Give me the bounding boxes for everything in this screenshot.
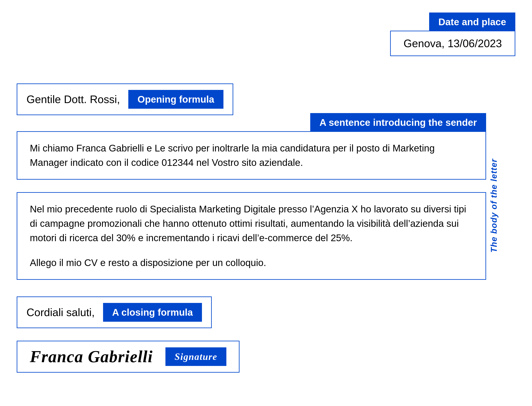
sender-intro-badge: A sentence introducing the sender xyxy=(310,113,486,132)
date-place-section: Date and place Genova, 13/06/2023 xyxy=(390,13,515,56)
body-paragraph1: Nel mio precedente ruolo di Specialista … xyxy=(30,202,473,245)
closing-badge: A closing formula xyxy=(103,303,202,322)
sender-intro-box: Mi chiamo Franca Gabrielli e Le scrivo p… xyxy=(17,131,486,180)
body-wrapper: Mi chiamo Franca Gabrielli e Le scrivo p… xyxy=(17,131,486,280)
opening-text: Gentile Dott. Rossi, xyxy=(27,93,120,106)
body-box: Nel mio precedente ruolo di Specialista … xyxy=(17,192,486,280)
sender-intro-section: A sentence introducing the sender xyxy=(17,113,486,132)
signature-badge: Signature xyxy=(165,347,227,366)
signature-section: Franca Gabrielli Signature xyxy=(17,341,503,373)
main-content: Gentile Dott. Rossi, Opening formula A s… xyxy=(17,83,503,373)
body-label-text: The body of the letter xyxy=(489,159,499,253)
body-paragraph2: Allego il mio CV e resto a disposizione … xyxy=(30,256,473,270)
opening-badge: Opening formula xyxy=(128,90,223,109)
closing-section: Cordiali saluti, A closing formula xyxy=(17,297,503,328)
closing-text: Cordiali saluti, xyxy=(27,306,95,319)
signature-box: Franca Gabrielli Signature xyxy=(17,341,239,373)
date-place-box: Genova, 13/06/2023 xyxy=(390,31,515,56)
opening-section: Gentile Dott. Rossi, Opening formula xyxy=(17,83,503,115)
sender-intro-text: Mi chiamo Franca Gabrielli e Le scrivo p… xyxy=(30,143,435,168)
page: Date and place Genova, 13/06/2023 Gentil… xyxy=(0,0,532,406)
body-label: The body of the letter xyxy=(489,131,499,280)
signature-name: Franca Gabrielli xyxy=(30,347,153,366)
opening-box: Gentile Dott. Rossi, Opening formula xyxy=(17,83,233,115)
date-place-badge: Date and place xyxy=(429,13,515,31)
closing-box: Cordiali saluti, A closing formula xyxy=(17,297,212,328)
